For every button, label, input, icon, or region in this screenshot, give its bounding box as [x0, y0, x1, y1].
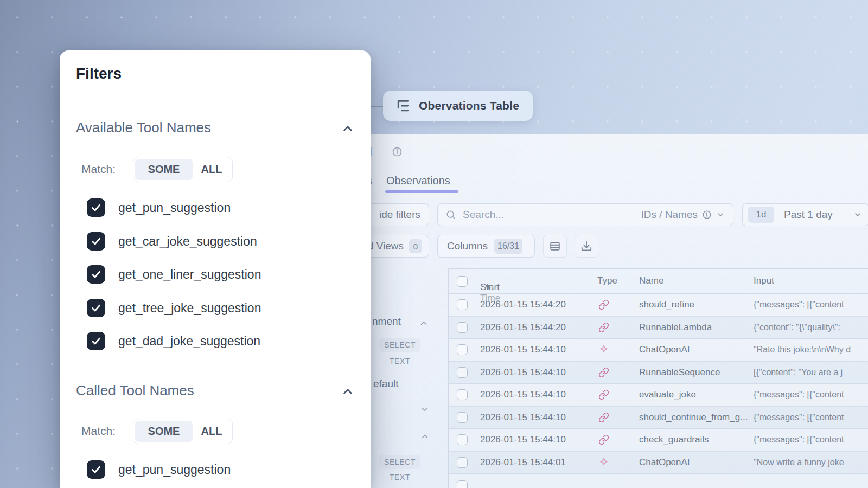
tool-name-label: get_tree_joke_suggestion	[118, 301, 261, 316]
chevron-down-icon	[853, 210, 862, 219]
tool-option-row[interactable]: get_pun_suggestion	[87, 460, 360, 479]
chevron-up-icon[interactable]	[420, 432, 430, 441]
header-input[interactable]: Input	[754, 275, 774, 286]
cell-input: "Rate this joke:\n\nWhy d	[754, 345, 868, 355]
checked-checkbox[interactable]	[87, 198, 105, 217]
tool-option-row[interactable]: get_one_liner_suggestion	[87, 265, 360, 284]
header-type[interactable]: Type	[597, 275, 617, 286]
table-row[interactable]: 2026-01-15 15:44:10 evaluate_joke {"mess…	[449, 384, 868, 407]
cell-name: evaluate_joke	[639, 389, 696, 400]
row-checkbox[interactable]	[457, 367, 468, 378]
checked-checkbox[interactable]	[87, 460, 105, 479]
saved-views-count-badge: 0	[409, 239, 422, 253]
match-mode-toggle: SOME ALL	[133, 157, 233, 182]
pill-label: Obervations Table	[419, 99, 519, 112]
checked-checkbox[interactable]	[87, 265, 105, 284]
table-row[interactable]: 2026-01-15 15:44:10 ChatOpenAI "Rate thi…	[449, 339, 868, 362]
select-mode-toggle[interactable]: SELECT	[379, 455, 420, 469]
columns-label: Columns	[447, 240, 488, 252]
filters-panel: Filters Available Tool Names Match: SOME…	[60, 50, 371, 488]
observations-table-pill[interactable]: Obervations Table	[383, 91, 533, 121]
search-scope-dropdown[interactable]: IDs / Names	[641, 209, 725, 221]
columns-button[interactable]: Columns 16/31	[437, 235, 535, 258]
cell-start-time: 2026-01-15 15:44:20	[480, 322, 566, 333]
table-row[interactable]: 2026-01-15 15:44:10 check_guardrails {"m…	[449, 429, 868, 452]
table-row[interactable]: 2026-01-15 15:44:01 ChatOpenAI "Now writ…	[449, 452, 868, 474]
tool-option-row[interactable]: get_pun_suggestion	[87, 198, 360, 217]
match-all-option[interactable]: ALL	[193, 159, 231, 180]
table-row[interactable]: 2026-01-15 15:44:20 RunnableLambda {"con…	[449, 317, 868, 339]
rows-icon	[549, 240, 561, 252]
match-label: Match:	[81, 163, 116, 176]
cell-input: {"messages": [{"content	[754, 300, 868, 310]
chevron-up-icon[interactable]	[419, 318, 429, 328]
cell-start-time: 2026-01-15 15:44:01	[480, 457, 566, 468]
cell-start-time: 2026-01-15 15:44:10	[480, 434, 566, 445]
row-checkbox[interactable]	[457, 344, 468, 355]
match-some-option[interactable]: SOME	[135, 159, 193, 180]
chevron-down-icon[interactable]	[420, 404, 430, 414]
section-available-tool-names: Available Tool Names	[76, 119, 211, 136]
link-icon	[598, 412, 609, 423]
text-mode-toggle[interactable]: TEXT	[385, 354, 414, 368]
header-name[interactable]: Name	[639, 275, 663, 286]
tool-name-label: get_dad_joke_suggestion	[118, 334, 260, 349]
link-icon	[598, 434, 609, 445]
download-icon	[580, 240, 592, 252]
search-placeholder: Search...	[463, 209, 641, 221]
cell-input: {"messages": [{"content	[754, 390, 868, 400]
row-checkbox[interactable]	[457, 322, 468, 333]
observations-table: Start Time▼ Type Name Input 2026-01-15 1…	[448, 268, 868, 488]
cell-name: check_guardrails	[639, 434, 709, 445]
checked-checkbox[interactable]	[87, 232, 105, 251]
tool-option-row[interactable]: get_tree_joke_suggestion	[87, 299, 360, 317]
search-input[interactable]: Search... IDs / Names	[437, 203, 733, 226]
row-checkbox[interactable]	[457, 389, 468, 400]
info-icon[interactable]	[392, 146, 403, 157]
generation-icon	[598, 344, 609, 355]
divider	[60, 101, 371, 101]
columns-count-badge: 16/31	[494, 239, 522, 254]
checked-checkbox[interactable]	[87, 332, 105, 350]
text-mode-toggle[interactable]: TEXT	[385, 470, 414, 484]
tool-option-row[interactable]: get_dad_joke_suggestion	[87, 332, 360, 350]
match-some-option[interactable]: SOME	[135, 421, 193, 442]
row-checkbox[interactable]	[457, 457, 468, 468]
table-row[interactable]: 2026-01-15 15:44:10 should_continue_from…	[449, 407, 868, 429]
cell-start-time: 2026-01-15 15:44:10	[480, 412, 566, 423]
row-height-button[interactable]	[543, 235, 567, 258]
tool-name-label: get_car_joke_suggestion	[118, 234, 257, 249]
cell-start-time: 2026-01-15 15:44:10	[480, 367, 566, 378]
tab-observations[interactable]: Observations	[386, 175, 450, 187]
table-row[interactable]: 2026-01-15 15:44:10 RunnableSequence [{"…	[449, 362, 868, 384]
table-row[interactable]: 2026-01-15 15:44:20 should_refine {"mess…	[449, 294, 868, 317]
match-all-option[interactable]: ALL	[193, 421, 231, 442]
cell-input: {"content": "{\"quality\":	[754, 323, 868, 332]
export-button[interactable]	[575, 235, 598, 258]
section-called-tool-names: Called Tool Names	[76, 382, 194, 399]
sort-desc-indicator: ▼	[483, 282, 493, 293]
tool-option-row[interactable]: get_car_joke_suggestion	[87, 232, 360, 251]
row-checkbox[interactable]	[457, 480, 468, 488]
default-option-fragment: efault	[373, 378, 398, 390]
chevron-up-icon[interactable]	[341, 384, 355, 399]
cell-name: ChatOpenAI	[639, 344, 690, 355]
tool-name-label: get_pun_suggestion	[118, 201, 231, 215]
search-icon	[445, 209, 456, 220]
cell-start-time: 2026-01-15 15:44:10	[480, 344, 566, 355]
row-checkbox[interactable]	[457, 412, 468, 423]
cell-input: "Now write a funny joke	[754, 458, 868, 467]
row-checkbox[interactable]	[457, 434, 468, 445]
time-range-badge: 1d	[748, 207, 774, 223]
select-all-checkbox[interactable]	[457, 276, 468, 287]
row-checkbox[interactable]	[457, 299, 468, 310]
cell-input: {"messages": [{"content	[754, 413, 868, 422]
chevron-up-icon[interactable]	[341, 121, 355, 136]
filters-panel-title: Filters	[76, 65, 122, 82]
cell-name: should_continue_from_g...	[639, 412, 748, 423]
select-mode-toggle[interactable]: SELECT	[379, 338, 420, 352]
cell-name: RunnableSequence	[639, 367, 720, 378]
list-tree-icon	[395, 98, 411, 114]
time-range-dropdown[interactable]: 1d Past 1 day	[742, 203, 868, 226]
checked-checkbox[interactable]	[87, 299, 105, 317]
